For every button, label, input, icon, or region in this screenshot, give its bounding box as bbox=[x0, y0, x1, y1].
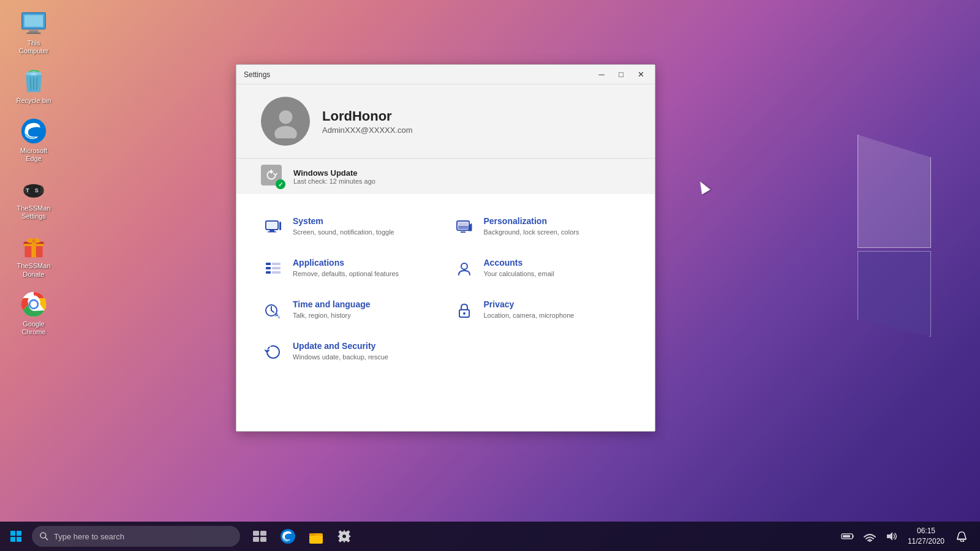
desktop-icon-thessman-donate[interactable]: TheSSMan Donate bbox=[9, 229, 58, 280]
personalization-icon bbox=[453, 216, 475, 238]
settings-content: System Screen, sound, notification, togg… bbox=[236, 194, 655, 431]
privacy-icon bbox=[453, 299, 475, 321]
svg-rect-55 bbox=[260, 537, 266, 542]
svg-rect-2 bbox=[29, 31, 38, 33]
svg-rect-46 bbox=[10, 531, 15, 536]
taskbar-edge[interactable] bbox=[274, 523, 301, 550]
update-bar[interactable]: ✓ Windows Update Last check: 12 minutes … bbox=[236, 158, 655, 194]
desktop-icon-microsoft-edge[interactable]: Microsoft Edge bbox=[9, 114, 58, 165]
thessman-settings-icon: T S bbox=[19, 174, 48, 203]
svg-text:T: T bbox=[26, 187, 29, 193]
settings-item-time-language[interactable]: A α Time and language Talk, region, hist… bbox=[255, 290, 446, 331]
thessman-donate-icon bbox=[19, 231, 48, 261]
svg-rect-53 bbox=[260, 531, 266, 536]
svg-rect-35 bbox=[272, 263, 281, 265]
notification-center[interactable] bbox=[951, 523, 973, 550]
update-check-badge: ✓ bbox=[276, 179, 285, 189]
applications-desc: Remove, defaults, optional features bbox=[293, 269, 399, 279]
time-language-text: Time and language Talk, region, history bbox=[293, 299, 371, 320]
google-chrome-icon bbox=[19, 290, 48, 319]
taskbar-task-view[interactable] bbox=[246, 523, 273, 550]
wifi-icon bbox=[863, 531, 876, 542]
profile-info: LordHonor AdminXXX@XXXXX.com bbox=[322, 108, 636, 135]
desktop-icon-google-chrome[interactable]: Google Chrome bbox=[9, 287, 58, 339]
title-bar: Settings ─ □ ✕ bbox=[236, 65, 655, 84]
svg-rect-27 bbox=[270, 230, 274, 231]
decorative-purple-shape bbox=[858, 135, 931, 337]
time-language-desc: Talk, region, history bbox=[293, 311, 371, 320]
svg-rect-1 bbox=[24, 15, 43, 27]
windows-logo-icon bbox=[10, 530, 22, 542]
svg-rect-52 bbox=[253, 531, 259, 536]
personalization-text: Personalization Background, lock screen,… bbox=[484, 216, 579, 237]
svg-rect-26 bbox=[267, 222, 277, 228]
battery-icon bbox=[841, 533, 854, 540]
desktop-icon-this-computer[interactable]: This Computer bbox=[9, 6, 58, 58]
settings-gear-icon bbox=[336, 528, 352, 544]
taskbar-system-tray: 06:15 11/27/2020 bbox=[838, 523, 978, 550]
desktop-icons-container: This Computer Recycle bin bbox=[9, 6, 58, 339]
taskbar-file-explorer[interactable] bbox=[303, 523, 330, 550]
avatar-icon bbox=[269, 105, 303, 138]
taskbar-search[interactable]: Type here to search bbox=[32, 526, 240, 547]
avatar bbox=[261, 97, 310, 146]
personalization-title: Personalization bbox=[484, 216, 579, 226]
svg-line-51 bbox=[45, 538, 48, 540]
svg-rect-34 bbox=[266, 263, 271, 265]
accounts-icon bbox=[453, 258, 475, 280]
svg-rect-49 bbox=[17, 537, 21, 542]
update-icon-wrap: ✓ bbox=[261, 165, 284, 188]
svg-rect-38 bbox=[266, 271, 271, 274]
battery-icon-wrap[interactable] bbox=[838, 523, 858, 550]
system-title: System bbox=[293, 216, 394, 226]
wifi-icon-wrap[interactable] bbox=[860, 523, 880, 550]
svg-point-23 bbox=[279, 110, 292, 124]
update-subtitle: Last check: 12 minutes ago bbox=[293, 178, 375, 185]
recycle-bin-label: Recycle bin bbox=[17, 97, 51, 105]
desktop-icon-thessman-settings[interactable]: T S TheSSMan Settings bbox=[9, 171, 58, 223]
settings-item-privacy[interactable]: Privacy Location, camera, microphone bbox=[446, 290, 637, 331]
system-text: System Screen, sound, notification, togg… bbox=[293, 216, 394, 237]
maximize-button[interactable]: □ bbox=[612, 69, 630, 81]
settings-item-personalization[interactable]: Personalization Background, lock screen,… bbox=[446, 206, 637, 248]
settings-item-accounts[interactable]: Accounts Your calculations, email bbox=[446, 248, 637, 290]
svg-point-64 bbox=[869, 541, 870, 542]
svg-rect-28 bbox=[268, 231, 276, 233]
accounts-title: Accounts bbox=[484, 258, 554, 268]
volume-icon-wrap[interactable] bbox=[882, 523, 902, 550]
applications-title: Applications bbox=[293, 258, 399, 268]
start-button[interactable] bbox=[2, 523, 29, 550]
svg-rect-37 bbox=[272, 267, 281, 269]
settings-item-applications[interactable]: Applications Remove, defaults, optional … bbox=[255, 248, 446, 290]
update-security-title: Update and Security bbox=[293, 341, 388, 351]
taskbar: Type here to search bbox=[0, 522, 980, 551]
taskbar-settings[interactable] bbox=[331, 523, 358, 550]
svg-point-45 bbox=[463, 312, 466, 315]
settings-item-system[interactable]: System Screen, sound, notification, togg… bbox=[255, 206, 446, 248]
search-icon bbox=[39, 531, 49, 541]
svg-rect-39 bbox=[272, 271, 281, 274]
recycle-bin-icon bbox=[19, 66, 48, 96]
notification-icon bbox=[956, 531, 967, 542]
desktop: This Computer Recycle bin bbox=[0, 0, 980, 551]
desktop-icon-recycle-bin[interactable]: Recycle bin bbox=[9, 64, 58, 107]
taskbar-app-icons bbox=[246, 523, 358, 550]
time-language-icon: A α bbox=[262, 299, 284, 321]
svg-point-60 bbox=[342, 534, 346, 538]
settings-item-update-security[interactable]: Update and Security Windows udate, backu… bbox=[255, 331, 446, 373]
svg-text:α: α bbox=[278, 315, 281, 319]
update-security-text: Update and Security Windows udate, backu… bbox=[293, 341, 388, 362]
file-explorer-icon bbox=[308, 528, 324, 544]
thessman-settings-label: TheSSMan Settings bbox=[12, 204, 56, 220]
close-button[interactable]: ✕ bbox=[631, 69, 650, 81]
personalization-desc: Background, lock screen, colors bbox=[484, 228, 579, 237]
system-clock[interactable]: 06:15 11/27/2020 bbox=[904, 526, 948, 547]
task-view-icon bbox=[252, 528, 268, 544]
svg-rect-58 bbox=[309, 533, 315, 536]
svg-rect-36 bbox=[266, 267, 271, 269]
svg-text:S: S bbox=[35, 187, 39, 193]
minimize-button[interactable]: ─ bbox=[592, 69, 611, 81]
clock-date: 11/27/2020 bbox=[908, 536, 944, 547]
settings-grid: System Screen, sound, notification, togg… bbox=[255, 206, 636, 373]
update-security-desc: Windows udate, backup, rescue bbox=[293, 353, 388, 362]
